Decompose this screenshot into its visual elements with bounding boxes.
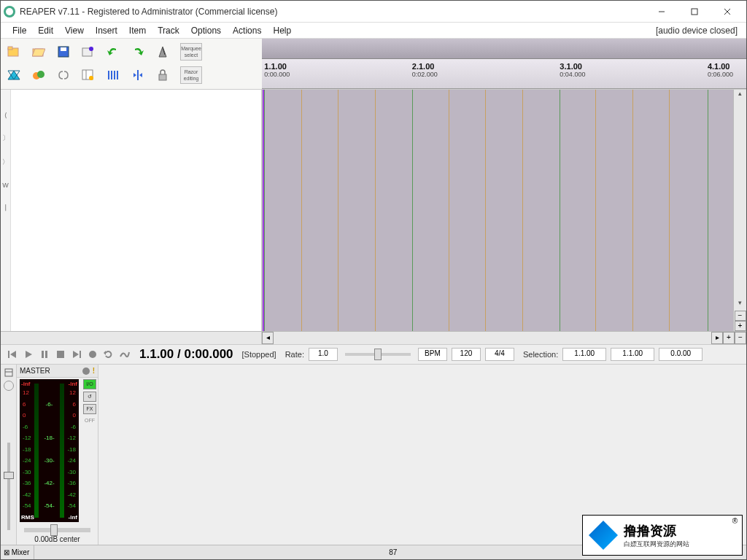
undo-icon[interactable] <box>106 45 120 58</box>
svg-rect-39 <box>5 369 12 376</box>
master-off-button[interactable]: OFF <box>83 416 96 427</box>
save-project-icon[interactable] <box>56 45 71 58</box>
main-area: ⟨〕〉W❘ ▴ ▾ − + <box>1 90 746 331</box>
hzoom-in-button[interactable]: + <box>723 332 735 344</box>
grid-beat-line <box>632 90 633 331</box>
new-project-icon[interactable] <box>7 45 21 58</box>
project-settings-icon[interactable] <box>81 45 96 58</box>
master-warn-icon[interactable]: ! <box>93 367 95 375</box>
master-knob[interactable] <box>4 381 14 391</box>
redo-icon[interactable] <box>131 45 145 58</box>
hscroll-left-icon[interactable]: ◂ <box>262 332 274 344</box>
grid-lines-icon[interactable] <box>106 69 120 82</box>
master-label: MASTER <box>20 367 50 375</box>
lock-icon[interactable] <box>155 69 170 82</box>
track-control-panel[interactable] <box>11 90 262 331</box>
close-icon <box>724 8 731 15</box>
razor-edit-button[interactable]: Razor editing <box>180 66 202 84</box>
play-button[interactable] <box>23 349 34 360</box>
pause-button[interactable] <box>39 349 50 360</box>
mono-button[interactable] <box>82 368 90 375</box>
arrange-view[interactable]: ▴ ▾ − + <box>262 90 746 331</box>
rate-field[interactable]: 1.0 <box>309 348 338 361</box>
grid-beat-line <box>449 90 449 331</box>
rate-label: Rate: <box>285 350 304 359</box>
master-fx-button[interactable]: FX <box>83 404 96 414</box>
transport-bar: 1.1.00 / 0:00.000 [Stopped] Rate: 1.0 BP… <box>1 344 746 365</box>
menu-actions[interactable]: Actions <box>227 24 267 37</box>
menu-edit[interactable]: Edit <box>32 24 59 37</box>
master-meter[interactable]: -inf-inf 12126-6-600-6-6-12-18--12-18-18… <box>20 379 79 522</box>
timeline-header: 1.1.000:00.0002.1.000:02.0003.1.000:04.0… <box>262 39 746 89</box>
master-io-button[interactable]: I/O <box>83 379 96 389</box>
menu-track[interactable]: Track <box>152 24 185 37</box>
vertical-scrollbar[interactable]: ▴ ▾ − + <box>733 90 746 331</box>
selection-end-field[interactable]: 1.1.00 <box>611 348 654 361</box>
timesig-field[interactable]: 4/4 <box>485 348 514 361</box>
slider-thumb[interactable] <box>374 349 382 360</box>
selection-start-field[interactable]: 1.1.00 <box>562 348 606 361</box>
menu-view[interactable]: View <box>59 24 90 37</box>
bpm-label-button[interactable]: BPM <box>418 348 447 361</box>
ruler-mark: 3.1.000:04.000 <box>560 62 585 78</box>
record-button[interactable] <box>87 349 98 360</box>
hzoom-out-button[interactable]: − <box>735 332 746 344</box>
selection-length-field[interactable]: 0.0.00 <box>659 348 703 361</box>
ruler-blank <box>262 39 746 59</box>
status-number: 87 <box>389 548 397 556</box>
vzoom-out-button[interactable]: − <box>735 311 746 321</box>
menu-help[interactable]: Help <box>267 24 297 37</box>
svg-rect-28 <box>159 74 166 80</box>
ruler[interactable]: 1.1.000:00.0002.1.000:02.0003.1.000:04.0… <box>262 59 746 89</box>
go-start-button[interactable] <box>7 349 18 360</box>
mixer-tab[interactable]: ⊠ Mixer <box>4 548 29 556</box>
repeat-button[interactable] <box>103 349 115 360</box>
menu-insert[interactable]: Insert <box>90 24 123 37</box>
master-pan-slider[interactable] <box>24 528 90 532</box>
scroll-up-icon[interactable]: ▴ <box>738 90 742 101</box>
toolbar-area: Marquee select Razor editing 1.1.000:00.… <box>1 39 746 90</box>
master-env-button[interactable]: ↺ <box>83 392 96 402</box>
audio-device-status[interactable]: [audio device closed] <box>656 26 740 36</box>
marquee-select-button[interactable]: Marquee select <box>180 43 202 61</box>
snap-icon[interactable] <box>131 69 145 82</box>
rate-slider[interactable] <box>345 353 411 356</box>
ruler-mark: 1.1.000:00.000 <box>264 62 290 78</box>
grid-bar-line <box>264 90 265 331</box>
close-button[interactable] <box>711 1 743 22</box>
menubar: File Edit View Insert Item Track Options… <box>1 23 746 39</box>
envelope-button[interactable] <box>119 349 131 360</box>
svg-marker-31 <box>26 351 32 358</box>
minimize-button[interactable] <box>645 1 678 22</box>
autocrossfade-icon[interactable] <box>7 69 21 82</box>
go-end-button[interactable] <box>71 349 82 360</box>
scroll-down-icon[interactable]: ▾ <box>738 299 742 311</box>
watermark-title: 撸撸资源 <box>624 522 689 540</box>
horizontal-scrollbar[interactable]: ◂ ▸ + − <box>1 331 746 344</box>
toolbar: Marquee select Razor editing <box>1 39 262 89</box>
bpm-field[interactable]: 120 <box>452 348 481 361</box>
vzoom-in-button[interactable]: + <box>735 321 746 331</box>
svg-marker-35 <box>73 351 79 358</box>
master-fader[interactable] <box>7 443 10 530</box>
ripple-icon[interactable] <box>56 69 71 82</box>
grid-icon[interactable] <box>81 69 96 82</box>
grid-beat-line <box>375 90 376 331</box>
hscroll-right-icon[interactable]: ▸ <box>711 332 723 344</box>
grid-bar-line <box>560 90 560 331</box>
grid-beat-line <box>485 90 486 331</box>
watermark-logo-icon <box>589 521 618 550</box>
transport-position[interactable]: 1.1.00 / 0:00.000 <box>139 347 233 362</box>
maximize-button[interactable] <box>678 1 711 22</box>
open-project-icon[interactable] <box>31 45 46 58</box>
svg-marker-26 <box>133 73 136 77</box>
menu-options[interactable]: Options <box>185 24 227 37</box>
menu-file[interactable]: File <box>7 24 32 37</box>
grid-beat-line <box>669 90 670 331</box>
mixer-menu-icon[interactable] <box>4 368 14 378</box>
left-strip: ⟨〕〉W❘ <box>1 90 11 331</box>
envelope-icon[interactable] <box>31 69 46 82</box>
metronome-icon[interactable] <box>155 45 170 58</box>
menu-item[interactable]: Item <box>123 24 152 37</box>
stop-button[interactable] <box>55 349 66 360</box>
